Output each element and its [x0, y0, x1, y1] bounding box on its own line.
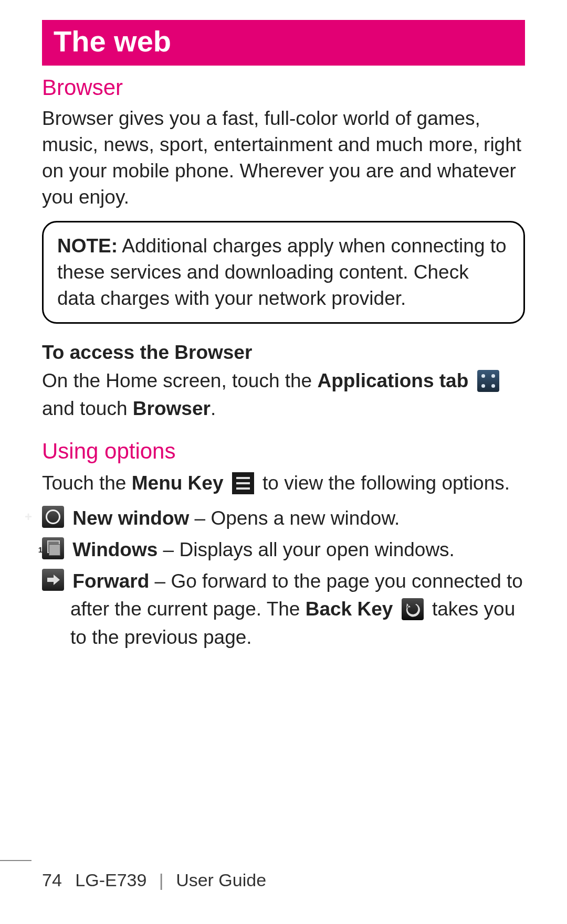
option-new-window: New window – Opens a new window.	[42, 504, 525, 533]
applications-tab-label: Applications tab	[317, 370, 468, 391]
guide-label: User Guide	[176, 870, 266, 890]
footer-rule	[0, 860, 32, 861]
device-model: LG-E739	[75, 870, 146, 890]
back-key-icon	[402, 598, 424, 620]
access-instruction: On the Home screen, touch the Applicatio…	[42, 367, 525, 423]
note-text: Additional charges apply when connecting…	[57, 235, 507, 309]
subheading-access-browser: To access the Browser	[42, 342, 525, 364]
option-name: Windows	[72, 539, 158, 560]
back-key-label: Back Key	[306, 598, 393, 620]
option-desc: – Opens a new window.	[189, 507, 400, 529]
option-name: Forward	[72, 570, 149, 592]
text: .	[211, 398, 216, 419]
manual-page: The web Browser Browser gives you a fast…	[0, 0, 567, 924]
option-forward: Forward – Go forward to the page you con…	[42, 567, 525, 652]
footer-separator: |	[159, 870, 164, 890]
options-intro: Touch the Menu Key to view the following…	[42, 469, 525, 497]
forward-icon	[42, 569, 64, 591]
text: and touch	[42, 398, 133, 419]
menu-key-label: Menu Key	[132, 472, 224, 494]
text: Touch the	[42, 472, 132, 494]
menu-key-icon	[232, 472, 254, 494]
page-footer: 74 LG-E739 | User Guide	[0, 870, 567, 890]
windows-icon	[42, 537, 64, 559]
option-name: New window	[72, 507, 189, 529]
chapter-title: The web	[42, 20, 525, 66]
browser-label: Browser	[133, 398, 211, 419]
browser-description: Browser gives you a fast, full-color wor…	[42, 105, 525, 210]
note-box: NOTE: Additional charges apply when conn…	[42, 221, 525, 324]
page-number: 74	[42, 870, 62, 890]
note-label: NOTE:	[57, 235, 118, 257]
text: to view the following options.	[257, 472, 510, 494]
applications-tab-icon	[477, 370, 499, 392]
section-heading-browser: Browser	[42, 75, 525, 100]
section-heading-using-options: Using options	[42, 439, 525, 464]
option-desc: – Displays all your open windows.	[158, 539, 455, 560]
new-window-icon	[42, 506, 64, 528]
text: On the Home screen, touch the	[42, 370, 317, 391]
option-windows: Windows – Displays all your open windows…	[42, 536, 525, 564]
